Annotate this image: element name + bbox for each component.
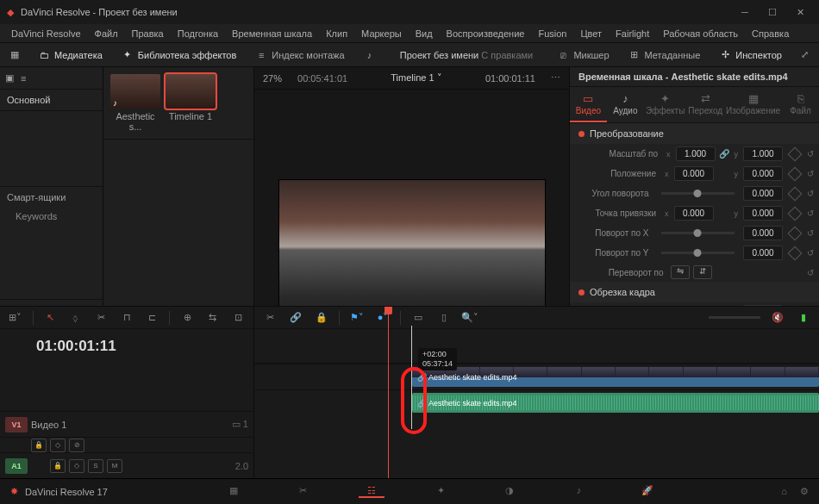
menu-playback[interactable]: Воспроизведение [441, 26, 531, 41]
overwrite-tool[interactable]: ⊏ [144, 309, 161, 327]
view-opt2-icon[interactable]: ▯ [435, 309, 453, 327]
reset-button[interactable]: ↺ [807, 228, 814, 238]
lock-button[interactable]: 🔒 [50, 459, 66, 473]
v1-tag[interactable]: V1 [5, 417, 28, 432]
disable-button[interactable]: ⊘ [69, 439, 84, 452]
menu-davinci[interactable]: DaVinci Resolve [5, 26, 87, 41]
menu-timeline[interactable]: Временная шкала [226, 26, 318, 41]
mute-button[interactable]: M [107, 459, 122, 473]
ws-layout-icon[interactable]: ▦ [7, 47, 22, 63]
zoom-slider[interactable] [709, 316, 760, 319]
clip-thumb-timeline1[interactable]: Timeline 1 [166, 74, 216, 132]
rotx-input[interactable]: 0.000 [743, 226, 783, 240]
a1-tag[interactable]: A1 [5, 458, 28, 474]
lock-icon[interactable]: 🔒 [313, 309, 330, 327]
ws-expand-icon[interactable]: ⤢ [797, 47, 812, 63]
scale-x-input[interactable]: 1.000 [676, 146, 716, 161]
video-track-lane[interactable]: 🔗 Aesthetic skate edits.mp4 [254, 364, 819, 389]
auto-select-button[interactable]: ◇ [69, 459, 84, 473]
timeline-timecode[interactable]: 01:00:01:11 [0, 329, 253, 360]
insp-tab-video[interactable]: ▭Видео [570, 87, 607, 122]
ws-media[interactable]: 🗀Медиатека [34, 47, 106, 64]
menu-help[interactable]: Справка [746, 26, 795, 41]
keyframe-button[interactable] [788, 226, 803, 240]
arrow-tool[interactable]: ↖ [42, 309, 59, 327]
video-track-header[interactable]: V1 Видео 1 ▭ 1 [0, 411, 253, 437]
pos-x-input[interactable]: 0.000 [674, 166, 714, 181]
link-icon[interactable]: 🔗 [287, 309, 304, 327]
reset-button[interactable]: ↺ [807, 189, 814, 198]
zoom-value[interactable]: 27% [263, 73, 282, 84]
insp-tab-effects[interactable]: ✦Эффекты [644, 87, 686, 122]
ws-metadata[interactable]: ⊞Метаданные [625, 47, 704, 64]
reset-button[interactable]: ↺ [807, 268, 814, 277]
menu-trim[interactable]: Подгонка [172, 26, 224, 41]
menu-markers[interactable]: Маркеры [355, 26, 408, 41]
lock-button[interactable]: 🔒 [31, 439, 47, 452]
clip-thumb-aesthetic[interactable]: Aesthetic s... [110, 74, 160, 132]
ws-sound[interactable]: ♪ [360, 47, 379, 64]
video-clip[interactable]: 🔗 Aesthetic skate edits.mp4 [412, 367, 819, 387]
mute-icon[interactable]: 🔇 [769, 309, 786, 327]
maximize-button[interactable]: ☐ [760, 3, 785, 21]
minimize-button[interactable]: ─ [733, 3, 757, 21]
audio-track-header[interactable]: A1 🔒 ◇ S M 2.0 [0, 452, 253, 478]
menu-view[interactable]: Вид [410, 26, 439, 41]
reset-button[interactable]: ↺ [807, 248, 814, 258]
smart-bins-label[interactable]: Смарт-ящики [0, 186, 103, 208]
flag-icon[interactable]: ⚑˅ [348, 309, 366, 327]
audio-clip[interactable]: 🔗 Aesthetic skate edits.mp4 [412, 393, 819, 413]
ws-inspector[interactable]: ✢Инспектор [716, 47, 785, 64]
rotation-input[interactable]: 0.000 [743, 186, 783, 201]
page-color[interactable]: ◑ [497, 485, 522, 498]
reset-button[interactable]: ↺ [807, 149, 814, 159]
page-cut[interactable]: ✂ [290, 485, 316, 498]
tl-opts-icon[interactable]: ⊞˅ [7, 309, 24, 327]
menu-file[interactable]: Файл [89, 26, 124, 41]
zoom-icon[interactable]: 🔍˅ [461, 309, 478, 327]
menu-fusion[interactable]: Fusion [532, 26, 572, 41]
insp-tab-transition[interactable]: ⇄Переход [686, 87, 724, 122]
insp-tab-file[interactable]: ⎘Файл [782, 87, 819, 122]
insp-tab-audio[interactable]: ♪Аудио [607, 87, 644, 122]
playhead[interactable] [388, 307, 389, 478]
flip-v-button[interactable]: ⇵ [693, 265, 712, 279]
menu-fairlight[interactable]: Fairlight [610, 26, 655, 41]
insert-tool[interactable]: ⊓ [118, 309, 135, 327]
enable-dot-icon[interactable] [578, 131, 585, 137]
pos-y-input[interactable]: 0.000 [743, 166, 783, 181]
crop-section[interactable]: Обрезка кадра [570, 282, 819, 302]
page-fusion[interactable]: ✦ [428, 485, 453, 498]
keyframe-button[interactable] [788, 206, 803, 221]
viewer-tab[interactable]: Timeline 1 ˅ [363, 72, 470, 84]
insp-tab-image[interactable]: ▦Изображение [724, 87, 782, 122]
link-icon[interactable]: 🔗 [719, 149, 729, 159]
page-fairlight[interactable]: ♪ [566, 485, 591, 498]
view-opt-icon[interactable]: ▭ [410, 309, 427, 327]
anchor-x-input[interactable]: 0.000 [674, 206, 714, 221]
reset-button[interactable]: ↺ [807, 208, 814, 218]
rotation-slider[interactable] [661, 192, 735, 195]
ws-effects[interactable]: ✦Библиотека эффектов [118, 47, 241, 64]
replace-tool[interactable]: ⊡ [229, 309, 247, 327]
keyframe-button[interactable] [788, 146, 803, 161]
reset-button[interactable]: ↺ [807, 169, 814, 178]
solo-button[interactable]: S [88, 459, 103, 473]
ws-index[interactable]: ≡Индекс монтажа [252, 47, 347, 64]
enable-dot-icon[interactable] [578, 289, 585, 296]
ripple-tool[interactable]: ⇆ [204, 309, 222, 327]
ws-mixer[interactable]: ⎚Микшер [553, 47, 612, 64]
monitor-icon[interactable]: ▮ [795, 309, 812, 327]
auto-select-button[interactable]: ◇ [50, 439, 66, 452]
project-manager-icon[interactable]: ⌂ [781, 486, 787, 496]
menu-edit[interactable]: Правка [126, 26, 170, 41]
blade-tool[interactable]: ✂ [93, 309, 110, 327]
close-button[interactable]: ✕ [788, 3, 812, 21]
keyframe-button[interactable] [788, 246, 803, 260]
viewer-menu-icon[interactable]: ⋯ [551, 72, 560, 84]
timeline-tracks[interactable]: ✂ 🔗 🔒 ⚑˅ ●˅ ▭ ▯ 🔍˅ 🔇 ▮ +02:0005:37:14 🔗 … [254, 307, 819, 478]
rotx-slider[interactable] [661, 232, 735, 234]
menu-workspace[interactable]: Рабочая область [657, 26, 744, 41]
scale-y-input[interactable]: 1.000 [743, 146, 783, 161]
pool-list-icon[interactable]: ≡ [21, 73, 26, 84]
